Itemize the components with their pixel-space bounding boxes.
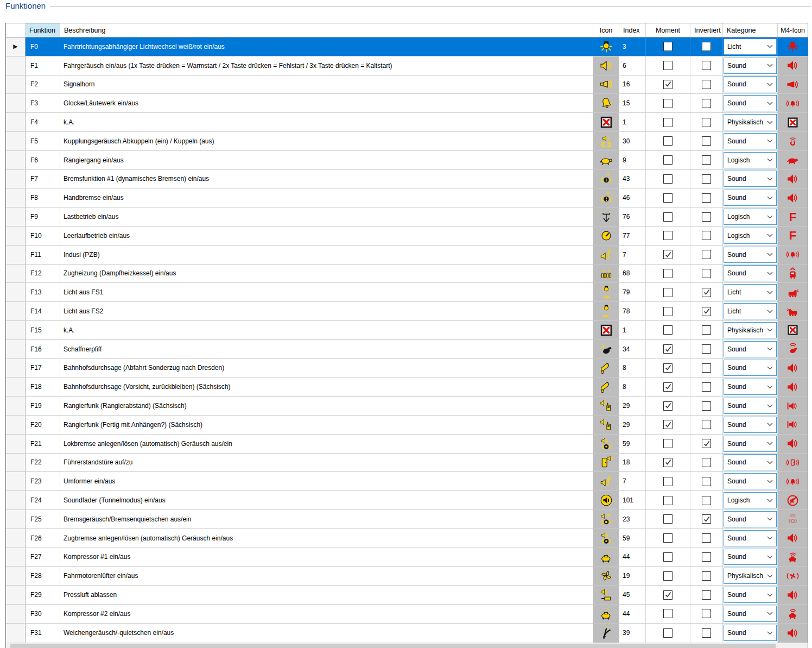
kategorie-select[interactable]: Physikalisch <box>724 568 777 584</box>
row-selector-cell[interactable] <box>6 340 26 358</box>
row-selector-cell[interactable] <box>6 624 26 643</box>
kategorie-select[interactable]: Sound <box>724 549 777 565</box>
table-row[interactable]: F18Bahnhofsdurchsage (Vorsicht, zurückbl… <box>6 378 808 397</box>
invertiert-checkbox[interactable] <box>702 42 711 51</box>
moment-checkbox[interactable] <box>663 552 673 562</box>
kategorie-select[interactable]: Sound <box>724 436 777 452</box>
scrollbar-thumb[interactable] <box>10 644 776 648</box>
kategorie-select[interactable]: Logisch <box>724 228 777 244</box>
row-selector-cell[interactable] <box>6 529 26 548</box>
invertiert-checkbox[interactable] <box>702 609 711 618</box>
invertiert-checkbox[interactable] <box>702 307 711 316</box>
invertiert-checkbox[interactable] <box>702 382 711 392</box>
row-selector-cell[interactable] <box>6 416 26 434</box>
invertiert-checkbox[interactable] <box>702 99 711 108</box>
row-selector-cell[interactable] <box>6 94 26 112</box>
row-selector-cell[interactable] <box>6 321 26 339</box>
kategorie-select[interactable]: Sound <box>724 171 777 187</box>
table-row[interactable]: ▶F0Fahrtrichtungsabhängiger Lichtwechsel… <box>6 37 808 56</box>
moment-checkbox[interactable] <box>663 590 673 600</box>
moment-checkbox[interactable] <box>663 118 673 127</box>
row-selector-cell[interactable] <box>6 207 26 226</box>
kategorie-select[interactable]: Physikalisch <box>724 114 777 130</box>
kategorie-select[interactable]: Sound <box>724 530 777 546</box>
table-row[interactable]: F1Fahrgeräusch ein/aus (1x Taste drücken… <box>6 56 808 76</box>
moment-checkbox[interactable] <box>663 269 673 278</box>
kategorie-select[interactable]: Sound <box>724 190 777 206</box>
table-row[interactable]: F21Lokbremse anlegen/lösen (automatisch)… <box>6 435 808 454</box>
invertiert-checkbox[interactable] <box>702 420 711 429</box>
row-selector-cell[interactable] <box>6 170 26 188</box>
row-selector-cell[interactable] <box>6 605 26 623</box>
kategorie-select[interactable]: Logisch <box>724 152 777 168</box>
kategorie-select[interactable]: Sound <box>724 398 777 414</box>
moment-checkbox[interactable] <box>663 307 673 316</box>
row-selector-cell[interactable] <box>6 76 26 94</box>
invertiert-checkbox[interactable] <box>702 363 711 373</box>
row-selector-cell[interactable] <box>6 151 26 169</box>
moment-checkbox[interactable] <box>663 250 673 259</box>
invertiert-checkbox[interactable] <box>702 477 711 486</box>
moment-checkbox[interactable] <box>663 193 673 203</box>
invertiert-checkbox[interactable] <box>702 288 711 297</box>
row-selector-cell[interactable] <box>6 302 26 320</box>
row-selector-cell[interactable]: ▶ <box>6 37 26 56</box>
table-row[interactable]: F25Bremsgeräusch/Bremsenquietschen aus/e… <box>6 510 808 529</box>
row-selector-cell[interactable] <box>6 378 26 396</box>
kategorie-select[interactable]: Logisch <box>724 209 777 225</box>
invertiert-checkbox[interactable] <box>702 231 711 240</box>
table-row[interactable]: F19Rangierfunk (Rangierabstand) (Sächsis… <box>6 397 808 416</box>
row-selector-cell[interactable] <box>6 397 26 415</box>
header-funktion[interactable]: Funktion <box>26 23 60 37</box>
invertiert-checkbox[interactable] <box>702 571 711 581</box>
invertiert-checkbox[interactable] <box>702 628 711 638</box>
header-index[interactable]: Index <box>619 23 646 37</box>
moment-checkbox[interactable] <box>663 231 673 240</box>
moment-checkbox[interactable] <box>663 496 673 505</box>
kategorie-select[interactable]: Sound <box>724 606 777 622</box>
table-row[interactable]: F8Handbremse ein/aus46Sound <box>6 188 808 207</box>
horizontal-scrollbar[interactable] <box>6 643 808 648</box>
row-selector-cell[interactable] <box>6 188 26 207</box>
invertiert-checkbox[interactable] <box>702 439 711 448</box>
table-row[interactable]: F23Umformer ein/aus7Sound <box>6 472 808 491</box>
moment-checkbox[interactable] <box>663 174 673 184</box>
row-selector-cell[interactable] <box>6 359 26 378</box>
table-row[interactable]: F10Leerlaufbetrieb ein/aus77LogischF <box>6 227 808 246</box>
table-row[interactable]: F16Schaffnerpfiff34Sound <box>6 340 808 359</box>
table-row[interactable]: F24Soundfader (Tunnelmodus) ein/aus101Lo… <box>6 491 808 510</box>
moment-checkbox[interactable] <box>663 363 673 373</box>
row-selector-cell[interactable] <box>6 586 26 604</box>
table-row[interactable]: F31Weichengeräusch/-quietschen ein/aus39… <box>6 624 808 643</box>
header-beschreibung[interactable]: Beschreibung <box>60 23 593 37</box>
kategorie-select[interactable]: Licht <box>724 284 777 300</box>
kategorie-select[interactable]: Sound <box>724 511 777 527</box>
kategorie-select[interactable]: Sound <box>724 133 777 149</box>
row-selector-cell[interactable] <box>6 510 26 529</box>
table-row[interactable]: F7Bremsfunktion #1 (dynamisches Bremsen)… <box>6 170 808 189</box>
moment-checkbox[interactable] <box>663 344 673 354</box>
invertiert-checkbox[interactable] <box>702 458 711 467</box>
kategorie-select[interactable]: Sound <box>724 625 777 641</box>
invertiert-checkbox[interactable] <box>702 590 711 600</box>
kategorie-select[interactable]: Licht <box>724 39 777 55</box>
moment-checkbox[interactable] <box>663 61 673 70</box>
row-selector-cell[interactable] <box>6 246 26 264</box>
table-row[interactable]: F11Indusi (PZB)7Sound <box>6 246 808 265</box>
invertiert-checkbox[interactable] <box>702 552 711 562</box>
kategorie-select[interactable]: Sound <box>724 379 777 395</box>
table-row[interactable]: F22Führerstandstüre auf/zu18Sound <box>6 454 808 473</box>
row-selector-cell[interactable] <box>6 472 26 490</box>
invertiert-checkbox[interactable] <box>702 496 711 505</box>
table-row[interactable]: F28Fahrmotorenlüfter ein/aus19Physikalis… <box>6 567 808 586</box>
kategorie-select[interactable]: Sound <box>724 58 777 74</box>
moment-checkbox[interactable] <box>663 288 673 297</box>
invertiert-checkbox[interactable] <box>702 155 711 165</box>
row-selector-cell[interactable] <box>6 132 26 150</box>
moment-checkbox[interactable] <box>663 514 673 524</box>
moment-checkbox[interactable] <box>663 533 673 543</box>
kategorie-select[interactable]: Logisch <box>724 492 777 508</box>
invertiert-checkbox[interactable] <box>702 533 711 543</box>
table-row[interactable]: F29Pressluft ablassen45Sound <box>6 586 808 605</box>
table-row[interactable]: F26Zugbremse anlegen/lösen (automatisch)… <box>6 529 808 548</box>
